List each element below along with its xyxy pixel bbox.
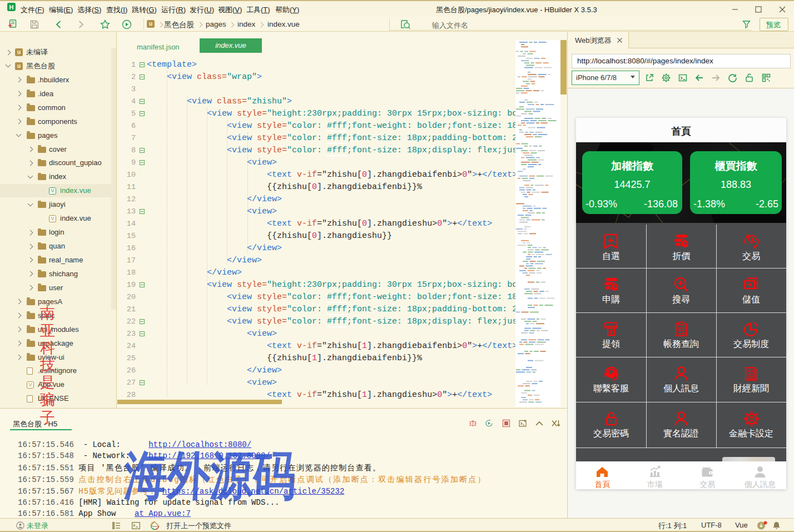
- svg-text:H: H: [9, 4, 14, 11]
